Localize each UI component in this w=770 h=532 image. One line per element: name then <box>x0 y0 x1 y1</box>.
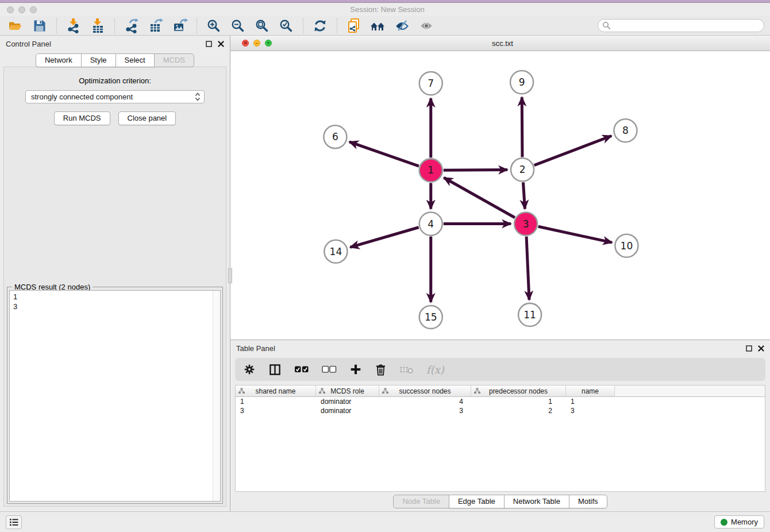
network-window-title: scc.txt <box>272 39 733 48</box>
edge-2-8[interactable] <box>534 136 611 165</box>
network-close-button[interactable]: ✕ <box>242 40 249 47</box>
edge-2-3[interactable] <box>523 182 525 209</box>
memory-button[interactable]: Memory <box>714 515 764 529</box>
node-label-1: 1 <box>428 164 434 176</box>
search-field-container <box>598 19 764 32</box>
open-session-button[interactable] <box>6 18 25 34</box>
table-cell[interactable]: dominator <box>316 406 379 415</box>
close-panel-button[interactable]: Close panel <box>118 111 176 125</box>
node-table: shared nameMCDS rolesuccessor nodesprede… <box>235 385 765 492</box>
task-history-button[interactable] <box>6 515 22 529</box>
panel-splitter-handle[interactable] <box>228 268 232 283</box>
column-header-mcds-role[interactable]: MCDS role <box>316 385 379 397</box>
mcds-result-text[interactable]: 1 3 <box>10 291 213 501</box>
edge-1-2[interactable] <box>444 170 507 171</box>
refresh-layout-button[interactable] <box>310 18 330 34</box>
hide-selected-button[interactable] <box>392 18 412 34</box>
column-header-successor-nodes[interactable]: successor nodes <box>379 385 471 397</box>
table-cell[interactable]: 3 <box>566 406 615 415</box>
show-all-button[interactable] <box>417 18 436 34</box>
export-network-button[interactable] <box>122 18 141 34</box>
minimize-window-button[interactable] <box>18 6 25 13</box>
first-neighbors-button[interactable] <box>368 18 388 34</box>
table-cell-filler <box>615 406 765 415</box>
column-header-shared-name[interactable]: shared name <box>236 385 316 397</box>
add-column-button[interactable] <box>349 363 362 376</box>
table-cell[interactable]: 2 <box>471 406 566 415</box>
import-network-button[interactable] <box>64 18 83 34</box>
tab-network-table[interactable]: Network Table <box>504 495 569 508</box>
float-panel-icon[interactable] <box>746 345 752 352</box>
unselect-all-rows-button[interactable] <box>322 365 337 373</box>
column-header-predecessor-nodes[interactable]: predecessor nodes <box>471 385 566 397</box>
export-image-button[interactable] <box>170 18 190 34</box>
tab-node-table[interactable]: Node Table <box>393 495 449 508</box>
network-maximize-button[interactable]: + <box>265 40 272 47</box>
network-minimize-button[interactable]: – <box>253 40 260 47</box>
close-window-button[interactable] <box>7 6 14 13</box>
column-chooser-button[interactable] <box>268 363 282 376</box>
export-table-icon <box>148 18 164 33</box>
export-table-button[interactable] <box>146 18 165 34</box>
status-bar: Memory <box>0 511 770 532</box>
column-header-name[interactable]: name <box>566 385 615 397</box>
open-folder-icon <box>8 18 23 33</box>
run-mcds-button[interactable]: Run MCDS <box>54 111 110 125</box>
table-row[interactable]: 1dominator411 <box>236 397 765 406</box>
tab-motifs[interactable]: Motifs <box>569 495 607 508</box>
network-canvas[interactable]: 7968124314101511 <box>230 51 770 340</box>
node-label-14: 14 <box>330 246 342 257</box>
tab-style[interactable]: Style <box>81 53 116 67</box>
table-cell[interactable]: 1 <box>566 397 615 406</box>
column-header-filler <box>615 385 765 397</box>
float-panel-icon[interactable] <box>206 41 212 47</box>
table-cell[interactable]: dominator <box>316 397 379 406</box>
table-cell[interactable]: 1 <box>236 397 316 406</box>
edge-3-1[interactable] <box>444 178 514 218</box>
edge-4-14[interactable] <box>350 228 418 248</box>
table-cell[interactable]: 3 <box>236 406 316 415</box>
zoom-selected-button[interactable] <box>276 18 296 34</box>
table-settings-button[interactable] <box>243 363 256 376</box>
import-network-icon <box>66 18 82 33</box>
edge-3-10[interactable] <box>538 226 612 242</box>
table-tabs-strip: Node TableEdge TableNetwork TableMotifs <box>230 492 770 511</box>
select-all-rows-button[interactable] <box>294 365 309 373</box>
edge-2-9[interactable] <box>522 97 522 157</box>
zoom-out-button[interactable] <box>228 18 248 34</box>
new-network-from-selection-icon <box>346 18 362 34</box>
memory-label: Memory <box>731 518 758 526</box>
mcds-result-group: MCDS result (2 nodes) 1 3 <box>7 287 223 504</box>
control-panel-tabs: NetworkStyleSelectMCDS <box>0 53 230 67</box>
tab-edge-table[interactable]: Edge Table <box>449 495 505 508</box>
delete-table-button[interactable] <box>399 365 414 375</box>
apply-function-button[interactable]: f(x) <box>426 364 444 376</box>
close-panel-icon[interactable] <box>758 345 764 352</box>
table-cell[interactable]: 4 <box>379 397 471 406</box>
table-cell[interactable]: 3 <box>379 406 471 415</box>
network-from-selection-button[interactable] <box>344 18 364 34</box>
table-row[interactable]: 3dominator323 <box>236 406 765 415</box>
trash-icon <box>375 363 387 376</box>
tab-mcds[interactable]: MCDS <box>154 53 194 67</box>
delete-column-button[interactable] <box>375 363 387 376</box>
refresh-icon <box>313 18 328 33</box>
tab-select[interactable]: Select <box>116 53 155 67</box>
table-cell-filler <box>615 397 765 406</box>
criterion-select[interactable]: strongly connected component <box>25 90 205 103</box>
save-session-button[interactable] <box>30 18 49 34</box>
zoom-in-button[interactable] <box>204 18 224 34</box>
import-table-button[interactable] <box>88 18 107 34</box>
result-scrollbar[interactable] <box>213 291 220 501</box>
tab-network[interactable]: Network <box>36 53 82 67</box>
edge-1-6[interactable] <box>349 142 419 166</box>
zoom-fit-button[interactable] <box>252 18 272 34</box>
node-label-6: 6 <box>332 131 338 142</box>
toolbar-separator <box>56 18 57 33</box>
search-input[interactable] <box>598 19 764 32</box>
maximize-window-button[interactable] <box>30 6 37 13</box>
close-panel-icon[interactable] <box>218 41 224 47</box>
table-cell[interactable]: 1 <box>471 397 566 406</box>
node-label-7: 7 <box>428 78 434 89</box>
edge-3-11[interactable] <box>526 237 529 300</box>
